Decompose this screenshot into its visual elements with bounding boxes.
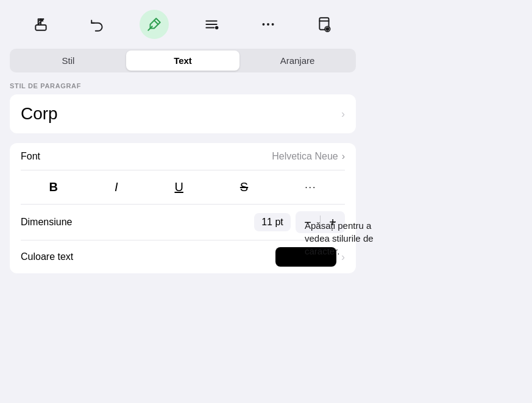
size-row: Dimensiune 11 pt − + [10,205,356,240]
font-name: Helvetica Neue [272,151,338,162]
font-row[interactable]: Font Helvetica Neue › [10,143,356,170]
toolbar [0,0,366,46]
tab-stil[interactable]: Stil [12,51,125,71]
paragraph-style-card: Corp › [10,94,356,133]
paragraph-style-name: Corp [21,104,58,124]
undo-button[interactable] [83,10,112,39]
underline-button[interactable]: U [168,177,189,198]
color-label: Culoare text [21,251,73,262]
paragraph-chevron-icon: › [341,108,345,121]
align-button[interactable] [197,10,226,39]
size-label: Dimensiune [21,217,72,228]
svg-rect-1 [35,25,46,30]
callout-text: Apăsați pentru a vedea stilurile de cara… [305,219,463,258]
document-button[interactable] [310,10,339,39]
svg-point-8 [262,23,264,26]
tab-aranjare[interactable]: Aranjare [241,51,354,71]
size-value: 11 pt [254,213,291,231]
paragraph-style-row[interactable]: Corp › [10,94,356,133]
text-style-row: B I U S ··· [10,170,356,204]
section-label: STIL DE PARAGRAF [0,82,366,94]
text-format-card: Font Helvetica Neue › B I U S ··· Dimens… [10,143,356,273]
tab-text[interactable]: Text [126,51,239,71]
share-button[interactable] [26,10,55,39]
font-label: Font [21,151,40,162]
svg-point-9 [267,23,269,26]
svg-point-7 [215,26,218,29]
strikethrough-button[interactable]: S [234,177,254,198]
tab-bar: Stil Text Aranjare [10,49,356,72]
callout-annotation: Apăsați pentru a vedea stilurile de cara… [305,219,463,258]
bold-button[interactable]: B [43,177,63,198]
svg-line-2 [154,21,158,25]
color-row: Culoare text › [10,240,356,273]
italic-button[interactable]: I [108,177,124,198]
font-value-group: Helvetica Neue › [272,151,345,162]
more-options-button[interactable] [254,10,283,39]
svg-point-13 [326,27,328,30]
text-style-more-button[interactable]: ··· [299,178,322,197]
font-chevron-icon: › [342,151,345,162]
format-button[interactable] [140,10,169,39]
svg-point-10 [272,23,274,26]
